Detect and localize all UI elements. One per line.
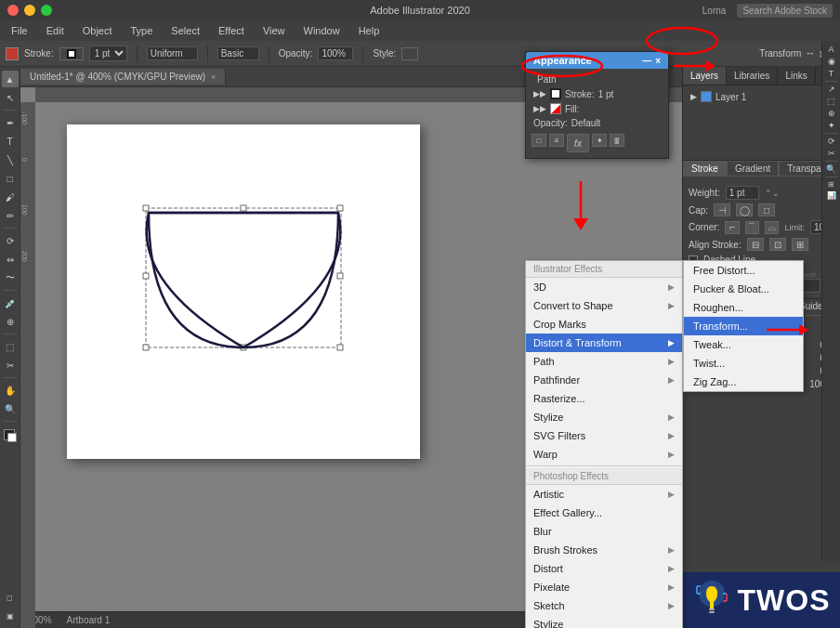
tool-line[interactable]: ╲ <box>2 151 19 168</box>
tool-mode[interactable]: ◻ <box>2 589 19 606</box>
stroke-color-swatch[interactable] <box>6 47 19 60</box>
corner-btn-bevel[interactable]: ⌓ <box>765 221 779 234</box>
tool-rect[interactable]: □ <box>2 170 19 187</box>
tool-select[interactable]: ▲ <box>2 71 19 87</box>
ctx-warp[interactable]: Warp ▶ <box>526 445 682 464</box>
canvas-tab-main[interactable]: Untitled-1* @ 400% (CMYK/GPU Preview) × <box>20 69 226 85</box>
tool-artboard[interactable]: ⬚ <box>2 338 19 355</box>
sub-twist[interactable]: Twist... <box>684 354 803 373</box>
opacity-input[interactable] <box>318 46 353 60</box>
tool-blend[interactable]: ⊕ <box>2 313 19 330</box>
tool-scale[interactable]: ⇔ <box>2 251 19 268</box>
ri-zoom[interactable]: 🔍 <box>826 164 836 174</box>
tool-direct-select[interactable]: ↖ <box>2 89 19 106</box>
tool-hand[interactable]: ✋ <box>2 382 19 399</box>
tool-pencil[interactable]: ✏ <box>2 207 19 224</box>
ri-text[interactable]: T <box>829 69 834 78</box>
ri-rect[interactable]: ⬚ <box>827 97 835 106</box>
app-icon-2[interactable]: ≡ <box>549 134 564 147</box>
ctx-crop[interactable]: Crop Marks <box>526 315 682 334</box>
ctx-3d[interactable]: 3D ▶ <box>526 278 682 296</box>
ctx-brush[interactable]: Brush Strokes ▶ <box>526 541 682 559</box>
tab-stroke[interactable]: Stroke <box>683 161 727 177</box>
menu-help[interactable]: Help <box>355 23 384 38</box>
cap-btn-square[interactable]: □ <box>758 203 775 216</box>
cap-btn-round[interactable]: ◯ <box>736 203 753 216</box>
tool-eyedropper[interactable]: 💉 <box>2 294 19 311</box>
cap-btn-butt[interactable]: ⊣ <box>714 203 730 216</box>
ctx-svg[interactable]: SVG Filters ▶ <box>526 426 682 445</box>
ctx-effect-gallery[interactable]: Effect Gallery... <box>526 504 682 522</box>
align-btn-outside[interactable]: ⊞ <box>792 238 808 251</box>
ctx-pixelate[interactable]: Pixelate ▶ <box>526 578 682 596</box>
sub-tweak[interactable]: Tweak... <box>684 335 803 354</box>
ctx-convert[interactable]: Convert to Shape ▶ <box>526 296 682 315</box>
menu-file[interactable]: File <box>7 23 32 38</box>
menu-select[interactable]: Select <box>167 23 203 38</box>
tool-paintbrush[interactable]: 🖌 <box>2 189 19 205</box>
align-btn-inside[interactable]: ⊡ <box>769 238 786 251</box>
menu-object[interactable]: Object <box>79 23 116 38</box>
weight-input[interactable] <box>726 186 759 200</box>
corner-btn-round[interactable]: ⌒ <box>745 221 759 234</box>
app-icon-1[interactable]: □ <box>532 134 546 147</box>
ri-star[interactable]: ✦ <box>828 121 835 130</box>
tab-gradient[interactable]: Gradient <box>727 161 779 177</box>
stroke-width-select[interactable]: 1 pt <box>89 46 127 61</box>
tool-zoom[interactable]: 🔍 <box>2 400 19 417</box>
style-box[interactable] <box>401 47 418 60</box>
close-tab-icon[interactable]: × <box>211 72 216 82</box>
ri-rotate[interactable]: ⟳ <box>828 137 835 146</box>
app-fill-swatch[interactable] <box>550 103 561 114</box>
ri-cut[interactable]: ✂ <box>828 149 835 158</box>
sub-roughen[interactable]: Roughen... <box>684 298 803 317</box>
app-icon-3[interactable]: ✦ <box>592 134 607 147</box>
ri-arrow[interactable]: ↗ <box>828 85 835 94</box>
tool-scissors[interactable]: ✂ <box>2 357 19 373</box>
menu-edit[interactable]: Edit <box>43 23 68 38</box>
minimize-button[interactable] <box>24 5 35 16</box>
ctx-distort-ps[interactable]: Distort ▶ <box>526 559 682 578</box>
stroke-color-box[interactable] <box>59 47 84 60</box>
ri-grid[interactable]: ⊞ <box>828 180 834 189</box>
tool-warp[interactable]: 〜 <box>2 269 19 286</box>
ctx-artistic[interactable]: Artistic ▶ <box>526 485 682 504</box>
tab-links[interactable]: Links <box>778 67 815 85</box>
sub-transform[interactable]: Transform... <box>684 317 803 335</box>
tool-rotate[interactable]: ⟳ <box>2 232 19 249</box>
corner-btn-miter[interactable]: ⌐ <box>725 221 739 234</box>
ri-plus[interactable]: ⊕ <box>828 109 835 118</box>
sub-pucker[interactable]: Pucker & Bloat... <box>684 280 803 298</box>
ri-select[interactable]: A <box>828 45 833 54</box>
menu-window[interactable]: Window <box>300 23 344 38</box>
ctx-rasterize[interactable]: Rasterize... <box>526 389 682 408</box>
color-selector[interactable] <box>2 427 19 444</box>
sub-zigzag[interactable]: Zig Zag... <box>684 373 803 391</box>
align-btn-center[interactable]: ⊟ <box>747 238 764 251</box>
menu-effect[interactable]: Effect <box>215 23 248 38</box>
tool-type[interactable]: T <box>2 133 19 150</box>
sub-free-distort[interactable]: Free Distort... <box>684 261 803 280</box>
fx-button[interactable]: fx <box>567 134 589 152</box>
close-button[interactable] <box>7 5 19 16</box>
tool-pen[interactable]: ✒ <box>2 114 19 131</box>
tool-screen[interactable]: ▣ <box>2 608 19 624</box>
ctx-blur[interactable]: Blur <box>526 522 682 541</box>
ctx-distort[interactable]: Distort & Transform ▶ <box>526 334 682 352</box>
search-stock[interactable]: Search Adobe Stock <box>737 4 833 18</box>
app-icon-4[interactable]: 🗑 <box>610 134 624 147</box>
layer-1-item[interactable]: ▶ Layer 1 👁 <box>687 89 836 104</box>
stroke-type-input[interactable] <box>147 46 198 60</box>
ctx-sketch[interactable]: Sketch ▶ <box>526 596 682 615</box>
profile-input[interactable] <box>217 46 259 60</box>
app-stroke-swatch[interactable] <box>550 88 561 99</box>
ctx-stylize-ps[interactable]: Stylize <box>526 615 682 628</box>
menu-view[interactable]: View <box>259 23 289 38</box>
maximize-button[interactable] <box>41 5 52 16</box>
ctx-pathfinder[interactable]: Pathfinder ▶ <box>526 371 682 389</box>
tab-libraries[interactable]: Libraries <box>727 67 778 85</box>
ri-circle[interactable]: ◉ <box>828 57 835 66</box>
menu-type[interactable]: Type <box>127 23 157 38</box>
ctx-path[interactable]: Path ▶ <box>526 352 682 371</box>
ctx-stylize[interactable]: Stylize ▶ <box>526 408 682 426</box>
